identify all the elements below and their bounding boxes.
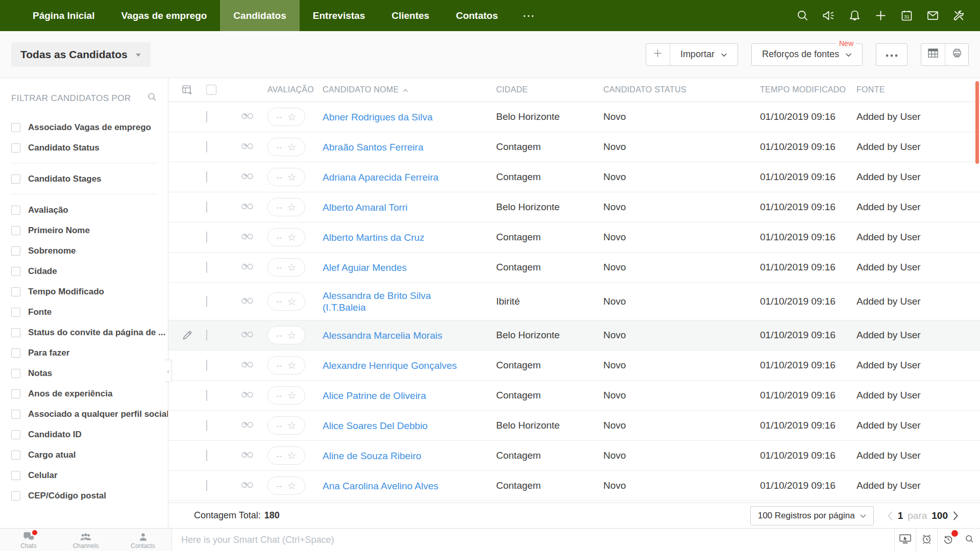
column-header-modified[interactable]: TEMPO MODIFICADO bbox=[752, 85, 848, 94]
history-button[interactable] bbox=[937, 529, 959, 551]
row-checkbox[interactable] bbox=[206, 171, 207, 183]
filter-checkbox[interactable] bbox=[11, 348, 20, 358]
table-row[interactable]: -- ☆ Abraão Santos Ferreira Contagem Nov… bbox=[168, 132, 980, 162]
candidate-name-link[interactable]: Alef Aguiar Mendes bbox=[323, 262, 407, 273]
sidebar-collapse-handle[interactable]: ‹ bbox=[165, 360, 172, 382]
table-row[interactable]: -- ☆ Alef Aguiar Mendes Contagem Novo 01… bbox=[168, 253, 980, 283]
nav-item[interactable]: Página Inicial bbox=[19, 0, 108, 31]
filter-item[interactable]: Para fazer bbox=[11, 343, 158, 363]
candidate-name-link[interactable]: Alessandra Marcelia Morais bbox=[323, 330, 442, 341]
add-column-icon[interactable] bbox=[168, 85, 206, 95]
preview-glasses-icon[interactable] bbox=[241, 480, 254, 491]
prev-page-button[interactable] bbox=[887, 511, 893, 521]
candidate-name-link[interactable]: Alice Patrine de Oliveira bbox=[323, 390, 426, 402]
filter-checkbox[interactable] bbox=[11, 246, 20, 256]
column-header-name[interactable]: CANDIDATO NOME bbox=[314, 85, 488, 94]
preview-glasses-icon[interactable] bbox=[241, 232, 254, 243]
row-checkbox[interactable] bbox=[206, 450, 207, 461]
rating-pill[interactable]: -- ☆ bbox=[267, 198, 305, 216]
filter-search-icon[interactable] bbox=[146, 91, 158, 105]
contacts-button[interactable]: Contacts bbox=[114, 529, 172, 551]
filter-checkbox[interactable] bbox=[11, 287, 20, 296]
filter-item[interactable]: Candidato ID bbox=[11, 424, 158, 445]
filter-item[interactable]: Notas bbox=[11, 363, 158, 384]
edit-pencil-icon[interactable] bbox=[182, 330, 193, 341]
preview-glasses-icon[interactable] bbox=[241, 360, 254, 371]
candidate-name-link[interactable]: Alberto Martins da Cruz bbox=[323, 232, 425, 243]
view-selector[interactable]: Todas as Candidatos bbox=[11, 42, 151, 67]
filter-checkbox[interactable] bbox=[11, 450, 20, 460]
candidate-name-link[interactable]: Alessandra de Brito Silva bbox=[323, 290, 431, 302]
filter-item[interactable]: Candidato Status bbox=[11, 138, 158, 163]
preview-glasses-icon[interactable] bbox=[241, 330, 254, 341]
column-header-city[interactable]: CIDADE bbox=[488, 85, 595, 94]
filter-checkbox[interactable] bbox=[11, 491, 20, 500]
candidate-name-link[interactable]: Aline de Souza Ribeiro bbox=[323, 450, 421, 462]
row-checkbox[interactable] bbox=[206, 232, 207, 243]
table-row[interactable]: -- ☆ Alexandre Henrique Gonçalves Contag… bbox=[168, 350, 980, 381]
filter-item[interactable]: Cargo atual bbox=[11, 445, 158, 465]
row-checkbox[interactable] bbox=[206, 262, 207, 273]
filter-checkbox[interactable] bbox=[11, 328, 20, 337]
rating-pill[interactable]: -- ☆ bbox=[267, 168, 305, 186]
mail-icon[interactable] bbox=[926, 9, 940, 22]
row-checkbox[interactable] bbox=[206, 480, 207, 491]
row-checkbox[interactable] bbox=[206, 330, 207, 341]
filter-item[interactable]: Status do convite da página de ... bbox=[11, 322, 158, 343]
select-all-checkbox[interactable] bbox=[206, 85, 216, 95]
filter-item[interactable]: Cidade bbox=[11, 261, 158, 282]
filter-item[interactable]: Tempo Modificado bbox=[11, 282, 158, 302]
rating-pill[interactable]: -- ☆ bbox=[267, 326, 305, 344]
filter-item[interactable]: Anos de experiência bbox=[11, 384, 158, 404]
nav-more-button[interactable]: ⋯ bbox=[511, 0, 547, 31]
rating-pill[interactable]: -- ☆ bbox=[267, 446, 305, 465]
chats-button[interactable]: Chats bbox=[0, 529, 57, 551]
more-actions-button[interactable] bbox=[876, 43, 908, 66]
table-row[interactable]: -- ☆ Aline de Souza Ribeiro Contagem Nov… bbox=[168, 441, 980, 471]
tools-icon[interactable] bbox=[952, 9, 966, 22]
filter-item[interactable]: Associado Vagas de emprego bbox=[11, 117, 158, 138]
table-view-button[interactable] bbox=[921, 44, 945, 65]
print-button[interactable] bbox=[945, 44, 968, 65]
preview-glasses-icon[interactable] bbox=[241, 390, 254, 401]
candidate-name-link[interactable]: Ana Carolina Avelino Alves bbox=[323, 480, 438, 492]
table-row[interactable]: -- ☆ Alessandra Marcelia Morais Belo Hor… bbox=[168, 320, 980, 350]
plus-icon[interactable] bbox=[874, 9, 888, 22]
rating-pill[interactable]: -- ☆ bbox=[267, 477, 305, 495]
candidate-name-link[interactable]: Alexandre Henrique Gonçalves bbox=[323, 360, 457, 371]
row-checkbox[interactable] bbox=[206, 202, 207, 213]
filter-checkbox[interactable] bbox=[11, 226, 20, 235]
preview-glasses-icon[interactable] bbox=[241, 262, 254, 273]
next-page-button[interactable] bbox=[952, 511, 959, 521]
records-per-page-select[interactable]: 100 Registros por página bbox=[750, 506, 874, 525]
chat-search-button[interactable] bbox=[959, 529, 980, 551]
megaphone-icon[interactable] bbox=[822, 9, 836, 22]
preview-glasses-icon[interactable] bbox=[241, 202, 254, 213]
candidate-name-link[interactable]: Alice Soares Del Debbio bbox=[323, 420, 428, 432]
rating-pill[interactable]: -- ☆ bbox=[267, 108, 305, 126]
filter-checkbox[interactable] bbox=[11, 410, 20, 419]
preview-glasses-icon[interactable] bbox=[241, 141, 254, 153]
filter-item[interactable]: Primeiro Nome bbox=[11, 220, 158, 241]
vertical-scrollbar[interactable] bbox=[975, 81, 979, 164]
rating-pill[interactable]: -- ☆ bbox=[267, 386, 305, 405]
preview-glasses-icon[interactable] bbox=[241, 296, 254, 307]
filter-item[interactable]: Associado a qualquer perfil social bbox=[11, 404, 158, 424]
bell-icon[interactable] bbox=[848, 9, 862, 22]
row-checkbox[interactable] bbox=[206, 420, 207, 431]
row-checkbox[interactable] bbox=[206, 141, 207, 153]
filter-item[interactable]: Avaliação bbox=[11, 200, 158, 220]
table-row[interactable]: -- ☆ Alice Patrine de Oliveira Contagem … bbox=[168, 381, 980, 411]
table-row[interactable]: -- ☆ Ana Carolina Avelino Alves Contagem… bbox=[168, 471, 980, 501]
table-row[interactable]: -- ☆ Alice Soares Del Debbio Belo Horizo… bbox=[168, 411, 980, 441]
smart-chat-input[interactable] bbox=[172, 529, 894, 551]
row-checkbox[interactable] bbox=[206, 296, 207, 307]
nav-item[interactable]: Candidatos bbox=[220, 0, 299, 31]
rating-pill[interactable]: -- ☆ bbox=[267, 416, 305, 435]
preview-glasses-icon[interactable] bbox=[241, 111, 254, 122]
candidate-name-link[interactable]: Abner Rodrigues da Silva bbox=[323, 111, 432, 123]
row-checkbox[interactable] bbox=[206, 111, 207, 122]
filter-checkbox[interactable] bbox=[11, 206, 20, 215]
calendar-icon[interactable]: 31 bbox=[900, 9, 914, 22]
preview-glasses-icon[interactable] bbox=[241, 420, 254, 431]
